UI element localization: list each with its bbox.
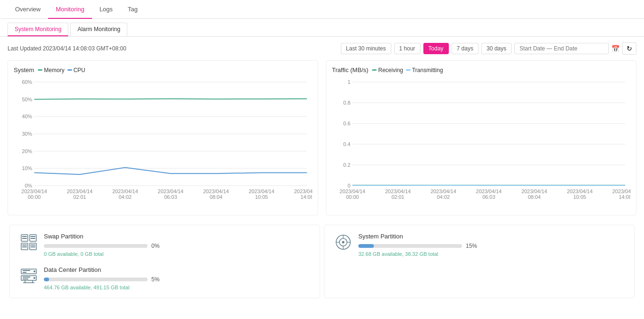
calendar-icon: 📅 <box>611 45 619 52</box>
time-filter-30-days[interactable]: 30 days <box>481 43 512 54</box>
partition-available: 0 GB available, 0 GB total <box>44 251 310 257</box>
partition-percent: 5% <box>151 276 165 283</box>
svg-text:0.6: 0.6 <box>343 121 350 126</box>
svg-rect-65 <box>31 246 35 247</box>
svg-text:08:04: 08:04 <box>210 195 223 200</box>
svg-text:10:05: 10:05 <box>255 195 268 200</box>
svg-text:1: 1 <box>347 80 350 85</box>
svg-rect-62 <box>31 238 35 239</box>
progress-bar-fill <box>358 244 374 248</box>
svg-text:04:02: 04:02 <box>119 195 132 200</box>
partition-available: 464.76 GB available, 491.15 GB total <box>44 285 310 290</box>
system-chart-title: System MemoryCPU <box>14 66 312 74</box>
svg-text:14:08: 14:08 <box>619 195 630 200</box>
legend-item-cpu: CPU <box>67 67 85 74</box>
svg-text:2023/04/14: 2023/04/14 <box>430 189 456 194</box>
svg-text:0%: 0% <box>25 183 33 188</box>
svg-text:0: 0 <box>347 183 350 188</box>
progress-bar-fill <box>44 278 49 281</box>
top-nav: OverviewMonitoringLogsTag <box>0 0 644 19</box>
svg-text:2023/04/14: 2023/04/14 <box>112 189 138 194</box>
swap-partition-icon <box>19 233 38 252</box>
svg-text:04:02: 04:02 <box>437 195 450 200</box>
svg-point-67 <box>33 270 35 272</box>
partition-percent: 0% <box>151 243 165 249</box>
svg-text:40%: 40% <box>22 115 32 120</box>
svg-text:00:00: 00:00 <box>346 195 359 200</box>
traffic-chart: Traffic (MB/s) ReceivingTransmitting 10.… <box>326 60 636 215</box>
svg-rect-70 <box>23 270 30 271</box>
time-filters: Last 30 minutes1 hourToday7 days30 days📅… <box>341 42 636 55</box>
svg-point-69 <box>33 277 35 279</box>
svg-text:06:03: 06:03 <box>482 195 495 200</box>
svg-text:2023/04/14: 2023/04/14 <box>203 189 229 194</box>
svg-point-79 <box>342 241 345 244</box>
nav-item-monitoring[interactable]: Monitoring <box>48 0 92 18</box>
svg-rect-64 <box>31 245 35 245</box>
svg-rect-72 <box>23 278 28 279</box>
svg-text:2023/04/14: 2023/04/14 <box>476 189 502 194</box>
time-filter-1-hour[interactable]: 1 hour <box>394 43 421 54</box>
svg-text:08:04: 08:04 <box>528 195 541 200</box>
svg-rect-56 <box>22 238 27 239</box>
legend-item-memory: Memory <box>38 67 64 74</box>
svg-text:60%: 60% <box>22 80 32 85</box>
progress-bar-bg <box>44 244 148 248</box>
svg-text:10:05: 10:05 <box>573 195 586 200</box>
svg-text:10%: 10% <box>22 166 32 172</box>
date-range-input[interactable] <box>514 43 609 54</box>
progress-bar-bg <box>44 278 148 281</box>
partition-title: Data Center Partition <box>44 266 310 273</box>
legend-item-receiving: Receiving <box>372 67 403 74</box>
nav-item-overview[interactable]: Overview <box>8 0 48 18</box>
refresh-button[interactable]: ↻ <box>622 42 636 55</box>
svg-text:00:00: 00:00 <box>28 195 41 200</box>
svg-text:06:03: 06:03 <box>164 195 177 200</box>
svg-text:50%: 50% <box>22 97 32 102</box>
right-partitions: System Partition15%32.68 GB available, 3… <box>324 225 635 298</box>
svg-text:2023/04/14: 2023/04/14 <box>339 189 365 194</box>
nav-item-tag[interactable]: Tag <box>120 0 145 18</box>
svg-text:2023/04/14: 2023/04/14 <box>612 189 630 194</box>
svg-text:14:08: 14:08 <box>300 195 312 200</box>
svg-rect-55 <box>22 236 27 237</box>
legend-item-transmitting: Transmitting <box>406 67 443 74</box>
svg-text:2023/04/14: 2023/04/14 <box>521 189 547 194</box>
subnav-item-alarm-monitoring[interactable]: Alarm Monitoring <box>70 23 127 36</box>
partition-title: Swap Partition <box>44 233 310 240</box>
svg-text:02:01: 02:01 <box>73 195 86 200</box>
traffic-chart-title: Traffic (MB/s) ReceivingTransmitting <box>332 66 630 74</box>
svg-rect-73 <box>23 272 26 273</box>
partition-title: System Partition <box>358 233 625 240</box>
sub-nav: System MonitoringAlarm Monitoring <box>0 19 644 37</box>
toolbar: Last Updated 2023/04/14 14:08:03 GMT+08:… <box>8 42 636 55</box>
svg-text:2023/04/14: 2023/04/14 <box>67 189 93 194</box>
svg-text:2023/04/14: 2023/04/14 <box>158 189 184 194</box>
partition-item-right-0: System Partition15%32.68 GB available, 3… <box>334 233 625 257</box>
time-filter-last-30-minutes[interactable]: Last 30 minutes <box>341 43 391 54</box>
partition-item-1: Data Center Partition5%464.76 GB availab… <box>19 266 310 290</box>
svg-text:0.2: 0.2 <box>343 163 350 168</box>
svg-rect-59 <box>22 246 27 247</box>
svg-rect-61 <box>31 236 35 237</box>
svg-text:2023/04/14: 2023/04/14 <box>567 189 593 194</box>
partition-available: 32.68 GB available, 38.32 GB total <box>358 251 625 257</box>
time-filter-today[interactable]: Today <box>423 43 449 54</box>
last-updated-text: Last Updated 2023/04/14 14:08:03 GMT+08:… <box>8 45 126 52</box>
svg-text:30%: 30% <box>22 131 32 137</box>
time-filter-7-days[interactable]: 7 days <box>452 43 479 54</box>
svg-text:0.8: 0.8 <box>343 100 350 106</box>
system-partition-icon <box>334 233 353 252</box>
nav-item-logs[interactable]: Logs <box>92 0 120 18</box>
subnav-item-system-monitoring[interactable]: System Monitoring <box>8 23 68 36</box>
svg-text:02:01: 02:01 <box>391 195 404 200</box>
svg-text:2023/04/14: 2023/04/14 <box>21 189 47 194</box>
partition-item-0: Swap Partition0%0 GB available, 0 GB tot… <box>19 233 310 257</box>
svg-rect-58 <box>22 245 27 245</box>
partitions-section: Swap Partition0%0 GB available, 0 GB tot… <box>8 223 636 300</box>
system-chart: System MemoryCPU 60%50%40%30%20%10%0%202… <box>8 60 318 215</box>
svg-text:20%: 20% <box>22 149 32 154</box>
left-partitions: Swap Partition0%0 GB available, 0 GB tot… <box>9 225 320 298</box>
svg-text:0.4: 0.4 <box>343 142 350 147</box>
svg-text:2023/04/14: 2023/04/14 <box>248 189 274 194</box>
